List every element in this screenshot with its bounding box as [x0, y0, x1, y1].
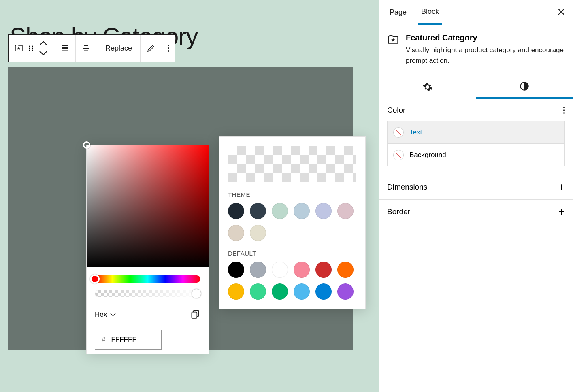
svg-point-4: [32, 48, 33, 49]
panel-color: Color Text Background: [379, 99, 573, 175]
move-up-down[interactable]: [38, 38, 48, 58]
svg-point-5: [32, 50, 33, 51]
unset-swatch-icon: [393, 150, 404, 160]
block-icon: [387, 33, 399, 46]
color-swatch[interactable]: [272, 283, 288, 300]
settings-sidebar: Page Block Featured Category Visually hi…: [379, 0, 573, 392]
color-option-text[interactable]: Text: [387, 121, 565, 144]
hex-input[interactable]: # FFFFFF: [95, 330, 162, 350]
color-swatch[interactable]: [337, 283, 354, 300]
panel-border: Border +: [379, 200, 573, 224]
svg-point-2: [29, 50, 30, 51]
svg-rect-6: [62, 47, 68, 49]
color-swatch[interactable]: [250, 262, 266, 278]
svg-rect-11: [84, 51, 88, 51]
drag-handle-icon: [26, 43, 36, 53]
block-title: Featured Category: [406, 33, 565, 43]
panel-color-label: Color: [387, 106, 405, 115]
align-center-vertical-icon: [81, 43, 91, 53]
default-swatches: [228, 262, 356, 300]
chevron-down-icon: [38, 48, 48, 58]
panel-color-header[interactable]: Color: [379, 99, 573, 121]
hue-slider[interactable]: [95, 275, 200, 283]
color-option-background[interactable]: Background: [387, 144, 565, 166]
sidebar-tabs: Page Block: [379, 0, 573, 25]
color-swatch[interactable]: [315, 262, 332, 278]
chevron-up-icon: [38, 38, 48, 48]
color-swatch[interactable]: [272, 262, 288, 278]
copy-color-button[interactable]: [190, 309, 200, 321]
copy-icon: [190, 309, 200, 319]
color-picker-popover: Hex # FFFFFF: [86, 145, 209, 354]
close-icon: [557, 7, 566, 16]
svg-rect-7: [62, 45, 68, 46]
color-format-select[interactable]: Hex: [95, 311, 116, 319]
color-swatch[interactable]: [228, 225, 244, 241]
category-block-icon: [14, 43, 24, 53]
vertical-align-button[interactable]: [76, 35, 97, 62]
more-options-button[interactable]: [162, 35, 175, 62]
color-swatch[interactable]: [337, 262, 354, 278]
styles-icon: [519, 81, 530, 92]
theme-colors-label: THEME: [228, 191, 356, 198]
subtab-styles[interactable]: [476, 75, 573, 99]
color-swatch[interactable]: [315, 203, 332, 219]
color-preview[interactable]: [228, 146, 356, 182]
align-full-icon: [60, 43, 70, 53]
alpha-handle[interactable]: [192, 289, 201, 298]
panel-border-header[interactable]: Border +: [379, 200, 573, 224]
plus-icon: +: [558, 206, 565, 217]
svg-rect-9: [83, 48, 89, 49]
svg-rect-13: [192, 312, 197, 318]
panel-border-label: Border: [387, 207, 410, 216]
edit-button[interactable]: [141, 35, 162, 62]
block-description: Visually highlight a product category an…: [406, 45, 565, 66]
subtab-settings[interactable]: [379, 75, 476, 99]
color-swatch[interactable]: [294, 283, 310, 300]
color-swatch[interactable]: [294, 203, 310, 219]
close-sidebar-button[interactable]: [557, 7, 566, 18]
color-swatch[interactable]: [272, 203, 288, 219]
svg-point-3: [32, 46, 33, 47]
svg-point-0: [29, 46, 30, 47]
inspector-subtabs: [379, 75, 573, 99]
hex-value: FFFFFF: [111, 336, 136, 344]
svg-rect-10: [84, 45, 88, 46]
panel-dimensions-header[interactable]: Dimensions +: [379, 175, 573, 199]
alpha-slider[interactable]: [95, 290, 200, 297]
saturation-area[interactable]: [87, 145, 209, 267]
saturation-handle[interactable]: [83, 141, 90, 149]
pencil-icon: [146, 43, 156, 53]
default-colors-label: DEFAULT: [228, 250, 356, 257]
color-background-label: Background: [409, 151, 446, 159]
color-swatch[interactable]: [294, 262, 310, 278]
replace-button[interactable]: Replace: [97, 35, 141, 62]
featured-category-icon: [387, 34, 399, 46]
color-swatch[interactable]: [228, 262, 244, 278]
tab-block[interactable]: Block: [418, 0, 442, 25]
color-palette-popover: THEME DEFAULT: [219, 136, 366, 309]
editor-canvas[interactable]: Shop by Category Replace: [0, 0, 379, 392]
panel-dimensions-label: Dimensions: [387, 183, 427, 192]
tab-page[interactable]: Page: [386, 0, 410, 25]
color-swatch[interactable]: [337, 203, 354, 219]
block-type-button[interactable]: [9, 35, 54, 62]
color-swatch[interactable]: [250, 203, 266, 219]
align-full-button[interactable]: [54, 35, 76, 62]
block-card: Featured Category Visually highlight a p…: [379, 25, 573, 75]
chevron-down-icon: [110, 313, 116, 317]
kebab-icon[interactable]: [563, 107, 565, 114]
theme-swatches: [228, 203, 356, 241]
color-swatch[interactable]: [250, 225, 266, 241]
hash-symbol: #: [102, 336, 105, 344]
color-swatch[interactable]: [250, 283, 266, 300]
block-toolbar: Replace: [8, 34, 175, 62]
kebab-icon: [168, 45, 169, 52]
gear-icon: [422, 82, 433, 92]
color-swatch[interactable]: [228, 283, 244, 300]
hue-handle[interactable]: [90, 274, 100, 284]
color-swatch[interactable]: [228, 203, 244, 219]
color-text-label: Text: [409, 128, 422, 136]
plus-icon: +: [558, 181, 565, 193]
color-swatch[interactable]: [315, 283, 332, 300]
